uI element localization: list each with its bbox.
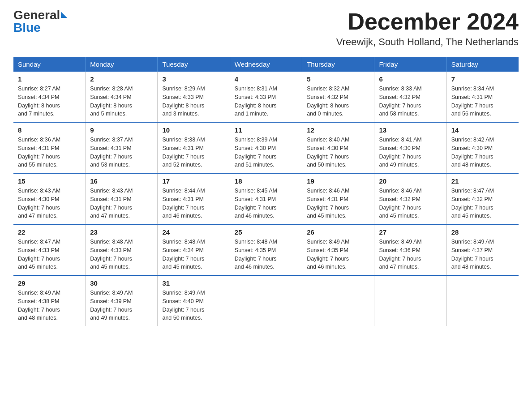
week-row-1: 1Sunrise: 8:27 AM Sunset: 4:34 PM Daylig… [13, 72, 519, 122]
day-number: 19 [307, 177, 369, 185]
day-number: 22 [18, 228, 81, 236]
calendar-subtitle: Vreewijk, South Holland, The Netherlands [336, 36, 519, 48]
day-number: 14 [451, 126, 514, 134]
day-number: 6 [379, 75, 442, 83]
day-info: Sunrise: 8:42 AM Sunset: 4:30 PM Dayligh… [451, 136, 514, 169]
day-number: 27 [379, 228, 442, 236]
weekday-header-thursday: Thursday [302, 57, 374, 72]
calendar-cell [374, 275, 446, 326]
week-row-4: 22Sunrise: 8:47 AM Sunset: 4:33 PM Dayli… [13, 224, 519, 275]
day-info: Sunrise: 8:28 AM Sunset: 4:34 PM Dayligh… [90, 85, 153, 118]
calendar-cell: 14Sunrise: 8:42 AM Sunset: 4:30 PM Dayli… [446, 122, 519, 173]
calendar-cell [446, 275, 519, 326]
calendar-cell: 3Sunrise: 8:29 AM Sunset: 4:33 PM Daylig… [158, 72, 230, 122]
calendar-title: December 2024 [336, 9, 519, 34]
day-number: 1 [18, 75, 81, 83]
week-row-5: 29Sunrise: 8:49 AM Sunset: 4:38 PM Dayli… [13, 275, 519, 326]
day-number: 11 [235, 126, 297, 134]
day-number: 10 [162, 126, 225, 134]
day-number: 20 [379, 177, 442, 185]
calendar-cell: 9Sunrise: 8:37 AM Sunset: 4:31 PM Daylig… [86, 122, 158, 173]
day-info: Sunrise: 8:49 AM Sunset: 4:39 PM Dayligh… [90, 289, 153, 322]
page-header: General Blue December 2024 Vreewijk, Sou… [13, 9, 519, 48]
calendar-table: SundayMondayTuesdayWednesdayThursdayFrid… [13, 57, 519, 326]
calendar-cell: 15Sunrise: 8:43 AM Sunset: 4:30 PM Dayli… [13, 173, 86, 224]
day-number: 13 [379, 126, 442, 134]
day-number: 8 [18, 126, 81, 134]
logo-text-blue: Blue [13, 21, 41, 34]
calendar-cell: 10Sunrise: 8:38 AM Sunset: 4:31 PM Dayli… [158, 122, 230, 173]
day-info: Sunrise: 8:43 AM Sunset: 4:31 PM Dayligh… [90, 187, 153, 220]
day-info: Sunrise: 8:33 AM Sunset: 4:32 PM Dayligh… [379, 85, 442, 118]
day-info: Sunrise: 8:38 AM Sunset: 4:31 PM Dayligh… [162, 136, 225, 169]
day-number: 15 [18, 177, 81, 185]
day-info: Sunrise: 8:49 AM Sunset: 4:36 PM Dayligh… [379, 238, 442, 271]
weekday-header-friday: Friday [374, 57, 446, 72]
calendar-cell: 19Sunrise: 8:46 AM Sunset: 4:31 PM Dayli… [302, 173, 374, 224]
calendar-cell: 6Sunrise: 8:33 AM Sunset: 4:32 PM Daylig… [374, 72, 446, 122]
calendar-cell: 31Sunrise: 8:49 AM Sunset: 4:40 PM Dayli… [158, 275, 230, 326]
calendar-cell: 7Sunrise: 8:34 AM Sunset: 4:31 PM Daylig… [446, 72, 519, 122]
day-info: Sunrise: 8:47 AM Sunset: 4:32 PM Dayligh… [451, 187, 514, 220]
day-number: 4 [235, 75, 297, 83]
calendar-body: 1Sunrise: 8:27 AM Sunset: 4:34 PM Daylig… [13, 72, 519, 326]
calendar-cell: 18Sunrise: 8:45 AM Sunset: 4:31 PM Dayli… [230, 173, 302, 224]
logo-triangle-icon [61, 12, 67, 18]
logo-text-general: General [13, 9, 60, 21]
day-info: Sunrise: 8:45 AM Sunset: 4:31 PM Dayligh… [235, 187, 297, 220]
calendar-cell: 26Sunrise: 8:49 AM Sunset: 4:35 PM Dayli… [302, 224, 374, 275]
calendar-cell: 27Sunrise: 8:49 AM Sunset: 4:36 PM Dayli… [374, 224, 446, 275]
day-number: 7 [451, 75, 514, 83]
weekday-header-saturday: Saturday [446, 57, 519, 72]
title-block: December 2024 Vreewijk, South Holland, T… [336, 9, 519, 48]
day-info: Sunrise: 8:49 AM Sunset: 4:40 PM Dayligh… [162, 289, 225, 322]
day-number: 16 [90, 177, 153, 185]
day-info: Sunrise: 8:29 AM Sunset: 4:33 PM Dayligh… [162, 85, 225, 118]
weekday-header-monday: Monday [86, 57, 158, 72]
day-info: Sunrise: 8:37 AM Sunset: 4:31 PM Dayligh… [90, 136, 153, 169]
calendar-cell: 23Sunrise: 8:48 AM Sunset: 4:33 PM Dayli… [86, 224, 158, 275]
calendar-cell: 30Sunrise: 8:49 AM Sunset: 4:39 PM Dayli… [86, 275, 158, 326]
day-info: Sunrise: 8:36 AM Sunset: 4:31 PM Dayligh… [18, 136, 81, 169]
calendar-cell: 21Sunrise: 8:47 AM Sunset: 4:32 PM Dayli… [446, 173, 519, 224]
weekday-header-tuesday: Tuesday [158, 57, 230, 72]
calendar-cell: 28Sunrise: 8:49 AM Sunset: 4:37 PM Dayli… [446, 224, 519, 275]
day-info: Sunrise: 8:48 AM Sunset: 4:33 PM Dayligh… [90, 238, 153, 271]
day-number: 17 [162, 177, 225, 185]
calendar-cell: 8Sunrise: 8:36 AM Sunset: 4:31 PM Daylig… [13, 122, 86, 173]
day-info: Sunrise: 8:49 AM Sunset: 4:35 PM Dayligh… [307, 238, 369, 271]
weekday-header-row: SundayMondayTuesdayWednesdayThursdayFrid… [13, 57, 519, 72]
day-info: Sunrise: 8:48 AM Sunset: 4:35 PM Dayligh… [235, 238, 297, 271]
day-number: 5 [307, 75, 369, 83]
calendar-cell: 22Sunrise: 8:47 AM Sunset: 4:33 PM Dayli… [13, 224, 86, 275]
day-number: 29 [18, 279, 81, 287]
day-number: 21 [451, 177, 514, 185]
day-number: 28 [451, 228, 514, 236]
day-info: Sunrise: 8:41 AM Sunset: 4:30 PM Dayligh… [379, 136, 442, 169]
day-info: Sunrise: 8:40 AM Sunset: 4:30 PM Dayligh… [307, 136, 369, 169]
calendar-cell: 1Sunrise: 8:27 AM Sunset: 4:34 PM Daylig… [13, 72, 86, 122]
day-info: Sunrise: 8:44 AM Sunset: 4:31 PM Dayligh… [162, 187, 225, 220]
calendar-cell: 17Sunrise: 8:44 AM Sunset: 4:31 PM Dayli… [158, 173, 230, 224]
day-number: 23 [90, 228, 153, 236]
calendar-cell: 12Sunrise: 8:40 AM Sunset: 4:30 PM Dayli… [302, 122, 374, 173]
day-number: 9 [90, 126, 153, 134]
calendar-cell: 16Sunrise: 8:43 AM Sunset: 4:31 PM Dayli… [86, 173, 158, 224]
week-row-3: 15Sunrise: 8:43 AM Sunset: 4:30 PM Dayli… [13, 173, 519, 224]
calendar-cell: 4Sunrise: 8:31 AM Sunset: 4:33 PM Daylig… [230, 72, 302, 122]
calendar-cell: 2Sunrise: 8:28 AM Sunset: 4:34 PM Daylig… [86, 72, 158, 122]
calendar-cell [230, 275, 302, 326]
day-info: Sunrise: 8:43 AM Sunset: 4:30 PM Dayligh… [18, 187, 81, 220]
weekday-header-sunday: Sunday [13, 57, 86, 72]
day-number: 24 [162, 228, 225, 236]
day-info: Sunrise: 8:27 AM Sunset: 4:34 PM Dayligh… [18, 85, 81, 118]
day-info: Sunrise: 8:31 AM Sunset: 4:33 PM Dayligh… [235, 85, 297, 118]
day-info: Sunrise: 8:39 AM Sunset: 4:30 PM Dayligh… [235, 136, 297, 169]
day-number: 2 [90, 75, 153, 83]
calendar-cell: 5Sunrise: 8:32 AM Sunset: 4:32 PM Daylig… [302, 72, 374, 122]
logo: General Blue [13, 9, 67, 34]
day-info: Sunrise: 8:47 AM Sunset: 4:33 PM Dayligh… [18, 238, 81, 271]
calendar-cell: 25Sunrise: 8:48 AM Sunset: 4:35 PM Dayli… [230, 224, 302, 275]
calendar-cell: 29Sunrise: 8:49 AM Sunset: 4:38 PM Dayli… [13, 275, 86, 326]
day-info: Sunrise: 8:46 AM Sunset: 4:31 PM Dayligh… [307, 187, 369, 220]
